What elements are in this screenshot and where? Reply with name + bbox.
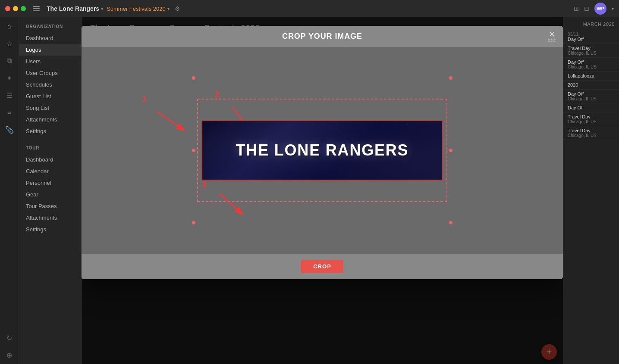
crop-handle-ml[interactable] [192, 149, 195, 152]
right-panel-date-0: 03/11 [568, 32, 615, 37]
avatar-initials: WP [597, 6, 604, 11]
titlebar-right: ⊞ ⊟ WP ▾ [574, 3, 614, 15]
rail-attach-icon[interactable]: 📎 [5, 125, 14, 134]
right-panel-item-5[interactable]: Day Off Chicago, IL US [563, 90, 619, 103]
sidebar-item-schedules[interactable]: Schedules [19, 79, 81, 90]
rail-document-icon[interactable]: ☰ [5, 90, 14, 100]
svg-line-3 [220, 193, 243, 215]
right-panel-event-2: Day Off [568, 59, 615, 65]
right-panel-item-2[interactable]: Day Off Chicago, IL US [563, 58, 619, 72]
sidebar-item-users[interactable]: Users [19, 56, 81, 67]
sidebar-item-user-groups[interactable]: User Groups [19, 67, 81, 79]
subtitle-text: Summer Festivals 2020 [107, 6, 166, 12]
crop-modal: CROP YOUR IMAGE ✕ ESC 1 2 3 [82, 26, 563, 279]
band-logo: THE LONE RANGERS [201, 120, 443, 180]
right-panel-loc-1: Chicago, IL US [568, 51, 615, 56]
app-title-chevron[interactable]: ▾ [101, 6, 103, 11]
right-panel-event-1: Travel Day [568, 46, 615, 51]
avatar-chevron[interactable]: ▾ [612, 6, 614, 11]
sidebar-item-gear[interactable]: Gear [19, 189, 81, 200]
gear-icon[interactable]: ⚙ [175, 5, 180, 12]
annotation-2-label: 2 [215, 90, 220, 99]
sidebar-item-guest-list[interactable]: Guest List [19, 90, 81, 102]
crop-handle-br[interactable] [449, 221, 452, 224]
right-panel-loc-2: Chicago, IL US [568, 65, 615, 69]
sidebar-item-calendar[interactable]: Calendar [19, 165, 81, 177]
tour-section-label: TOUR [19, 146, 81, 154]
right-panel-loc-8: Chicago, IL US [568, 133, 615, 138]
right-panel-item-3[interactable]: Lollapalooza [563, 72, 619, 81]
close-x-icon: ✕ [549, 31, 555, 38]
right-panel-loc-7: Chicago, IL US [568, 119, 615, 124]
maximize-traffic-light[interactable] [21, 6, 26, 11]
right-panel-event-4: 2020 [568, 82, 615, 87]
sidebar-item-attachments-org[interactable]: Attachments [19, 114, 81, 125]
modal-overlay: CROP YOUR IMAGE ✕ ESC 1 2 3 [82, 17, 563, 364]
menu-icon[interactable] [33, 6, 40, 11]
right-panel: MARCH 2020 03/11 Day Off Travel Day Chic… [563, 17, 619, 364]
modal-close-button[interactable]: ✕ ESC [547, 31, 556, 43]
sidebar-item-settings-org[interactable]: Settings [19, 125, 81, 137]
annotation-3-label: 3 [202, 180, 207, 190]
modal-footer: CROP [82, 254, 563, 279]
right-panel-month: MARCH 2020 [563, 22, 619, 30]
subtitle: Summer Festivals 2020 ▾ [107, 6, 170, 12]
right-panel-item-6[interactable]: Day Off [563, 103, 619, 112]
rail-settings-icon[interactable]: ⊕ [5, 350, 14, 360]
grid-view-icon[interactable]: ⊞ [574, 5, 579, 12]
crop-button[interactable]: CROP [301, 260, 343, 273]
avatar[interactable]: WP [594, 3, 606, 15]
subtitle-chevron[interactable]: ▾ [167, 6, 170, 11]
sidebar-item-settings-tour[interactable]: Settings [19, 224, 81, 235]
sidebar: ORGANIZATION Dashboard Logos Users User … [19, 17, 82, 364]
rail-sync-icon[interactable]: ↻ [5, 333, 14, 342]
traffic-lights [5, 6, 26, 11]
app-title-text: The Lone Rangers [47, 5, 99, 12]
sidebar-item-tour-passes[interactable]: Tour Passes [19, 200, 81, 212]
sidebar-item-dashboard-tour[interactable]: Dashboard [19, 154, 81, 165]
main-layout: ⌂ ☆ ⧉ ✦ ☰ ≡ 📎 ↻ ⊕ ORGANIZATION Dashboard… [0, 17, 619, 364]
right-panel-event-7: Travel Day [568, 114, 615, 119]
rail-list-icon[interactable]: ≡ [5, 108, 14, 117]
icon-rail: ⌂ ☆ ⧉ ✦ ☰ ≡ 📎 ↻ ⊕ [0, 17, 19, 364]
sidebar-item-logos[interactable]: Logos [19, 44, 81, 56]
right-panel-event-6: Day Off [568, 105, 615, 110]
rail-home-icon[interactable]: ⌂ [5, 22, 14, 31]
sidebar-item-personnel[interactable]: Personnel [19, 177, 81, 189]
titlebar: The Lone Rangers ▾ Summer Festivals 2020… [0, 0, 619, 17]
right-panel-item-8[interactable]: Travel Day Chicago, IL US [563, 126, 619, 140]
org-section-label: ORGANIZATION [19, 24, 81, 32]
content-area: The Lone Rangers - Summer Festivals 2020… [82, 17, 563, 364]
band-logo-text: THE LONE RANGERS [236, 141, 409, 159]
crop-handle-tl[interactable] [192, 76, 195, 80]
crop-image-container[interactable]: THE LONE RANGERS [201, 120, 443, 180]
rail-star-icon[interactable]: ☆ [5, 39, 14, 48]
crop-area[interactable]: 1 2 3 [82, 47, 563, 254]
svg-line-1 [157, 112, 185, 131]
minimize-traffic-light[interactable] [13, 6, 18, 11]
right-panel-loc-5: Chicago, IL US [568, 96, 615, 101]
sidebar-item-attachments-tour[interactable]: Attachments [19, 212, 81, 224]
right-panel-event-0: Day Off [568, 37, 615, 42]
crop-handle-mr[interactable] [449, 149, 452, 152]
app-title: The Lone Rangers ▾ [47, 5, 103, 12]
table-view-icon[interactable]: ⊟ [584, 5, 589, 12]
right-panel-item-1[interactable]: Travel Day Chicago, IL US [563, 44, 619, 58]
annotation-1-label: 1 [142, 94, 146, 103]
modal-title: CROP YOUR IMAGE [282, 32, 362, 41]
crop-handle-bl[interactable] [192, 221, 195, 224]
rail-layers-icon[interactable]: ⧉ [5, 56, 14, 65]
right-panel-item-7[interactable]: Travel Day Chicago, IL US [563, 112, 619, 126]
sidebar-item-dashboard-org[interactable]: Dashboard [19, 32, 81, 44]
crop-handle-tr[interactable] [449, 76, 452, 80]
right-panel-item-4[interactable]: 2020 [563, 81, 619, 90]
rail-network-icon[interactable]: ✦ [5, 73, 14, 83]
sidebar-item-song-list[interactable]: Song List [19, 102, 81, 114]
right-panel-event-8: Travel Day [568, 128, 615, 133]
close-esc-label: ESC [547, 38, 556, 43]
right-panel-item-0[interactable]: 03/11 Day Off [563, 30, 619, 44]
modal-header: CROP YOUR IMAGE ✕ ESC [82, 26, 563, 47]
close-traffic-light[interactable] [5, 6, 10, 11]
right-panel-event-3: Lollapalooza [568, 73, 615, 78]
right-panel-event-5: Day Off [568, 91, 615, 96]
